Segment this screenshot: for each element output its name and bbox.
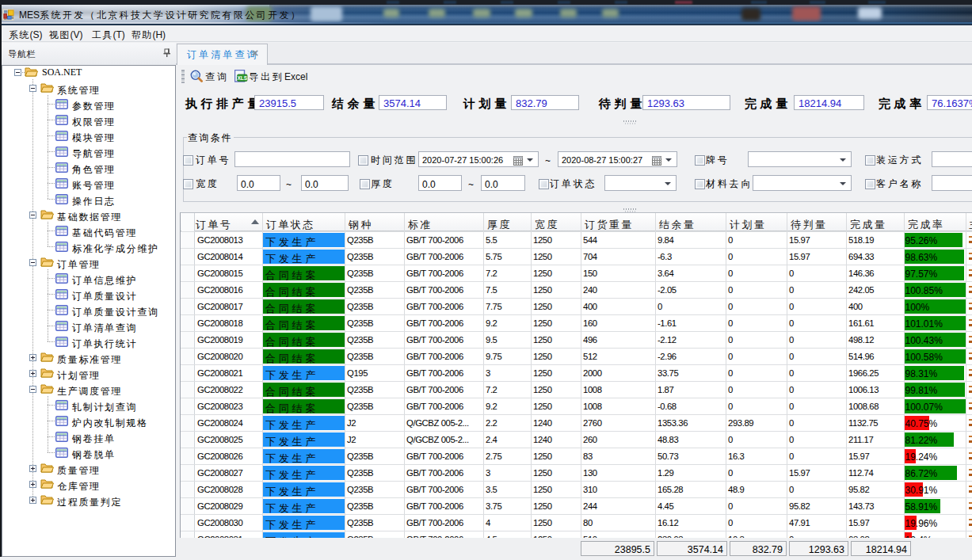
svg-text:XLS: XLS	[237, 75, 247, 81]
